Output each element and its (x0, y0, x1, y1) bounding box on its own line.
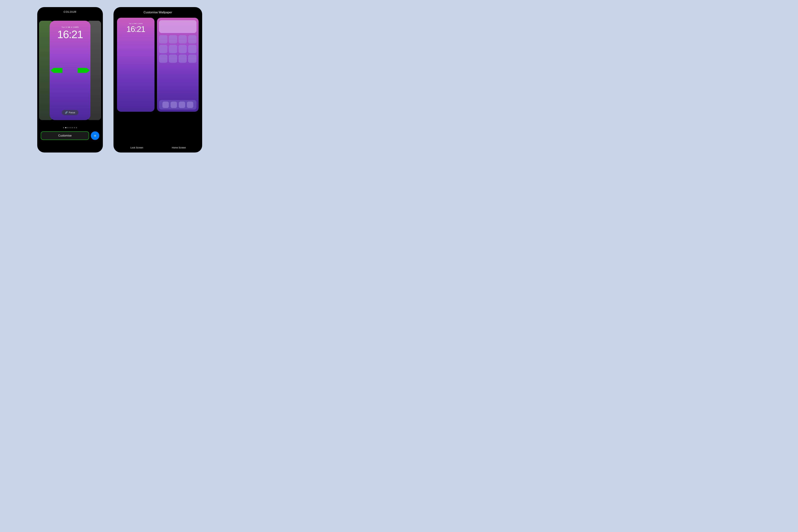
home-icon-3 (178, 35, 187, 43)
home-icon-4 (188, 35, 196, 43)
focus-button[interactable]: 🔗 Focus (62, 110, 78, 115)
home-icon-5 (159, 45, 167, 53)
screen-labels: Lock Screen Home Screen (114, 146, 202, 149)
lock-mini-time: 16:21 (127, 25, 145, 33)
lock-screen-label: Lock Screen (117, 146, 157, 149)
dock-icon-1 (163, 101, 169, 108)
carousel-dots (63, 127, 77, 128)
screens-row: Tue 14 🌧 in 14MIN 16:21 (114, 18, 202, 144)
carousel-area: Tue 14 🌧 in 14MIN 16:21 🔗 Focus (37, 15, 103, 126)
home-icon-12 (188, 55, 196, 63)
customise-wallpaper-title: Customise Wallpaper (144, 11, 172, 14)
home-icon-6 (169, 45, 177, 53)
home-icon-1 (159, 35, 167, 43)
home-icon-10 (169, 55, 177, 63)
home-dock (159, 100, 196, 110)
dock-icon-3 (179, 101, 185, 108)
phone-date: Tue 14 🌧 in 14MIN (61, 26, 79, 28)
lock-screen-preview[interactable]: Tue 14 🌧 in 14MIN 16:21 (117, 18, 154, 112)
left-arrow-shape (53, 68, 62, 73)
right-panel: Customise Wallpaper Tue 14 🌧 in 14MIN 16… (114, 7, 202, 152)
dot-6[interactable] (76, 127, 77, 128)
arrow-right[interactable] (78, 68, 87, 73)
bottom-row: Customise + (37, 131, 103, 140)
link-icon: 🔗 (65, 111, 68, 114)
dot-1[interactable] (65, 127, 66, 128)
arrow-left[interactable] (53, 68, 62, 73)
home-widget (159, 20, 196, 33)
lock-date-text: Tue 14 (129, 23, 134, 24)
colour-title: COLOUR (63, 10, 76, 13)
focus-label: Focus (69, 111, 75, 114)
home-icon-11 (178, 55, 187, 63)
home-screen-label: Home Screen (159, 146, 198, 149)
dock-icon-2 (171, 101, 177, 108)
home-icon-8 (188, 45, 196, 53)
date-text: Tue 14 (61, 26, 68, 28)
dot-5[interactable] (74, 127, 75, 128)
lock-weather-text: in 14MIN (136, 23, 143, 24)
phone-time: 16:21 (57, 29, 83, 40)
home-icon-2 (169, 35, 177, 43)
dot-4[interactable] (72, 127, 73, 128)
home-icons-grid (159, 35, 196, 63)
right-arrow-shape (78, 68, 87, 73)
dot-3[interactable] (70, 127, 71, 128)
dot-2[interactable] (68, 127, 69, 128)
left-panel: COLOUR Tue 14 🌧 in 14MIN 16:21 🔗 Focus (37, 7, 103, 152)
home-screen-preview[interactable] (157, 18, 198, 112)
customise-button[interactable]: Customise (41, 131, 89, 140)
home-icon-7 (178, 45, 187, 53)
add-button[interactable]: + (91, 131, 99, 140)
lock-mini-date: Tue 14 🌧 in 14MIN (129, 23, 143, 24)
home-icon-9 (159, 55, 167, 63)
weather-text: in 14MIN (71, 26, 79, 28)
lock-weather-icon: 🌧 (134, 23, 136, 24)
dock-icon-4 (187, 101, 193, 108)
dot-0[interactable] (63, 127, 64, 128)
weather-icon: 🌧 (68, 26, 70, 28)
